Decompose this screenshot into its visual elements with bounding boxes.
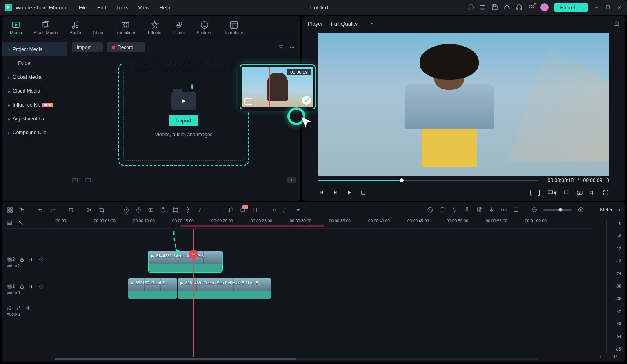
- adjust-icon[interactable]: [196, 207, 203, 213]
- mark-out-icon[interactable]: }: [538, 189, 540, 196]
- import-drop-zone[interactable]: Import Videos, audio, and images 00:00:0…: [118, 64, 249, 166]
- sidebar-adjustment-layer[interactable]: ▸Adjustment La...: [2, 112, 67, 126]
- minimize-icon[interactable]: [594, 4, 599, 10]
- fullscreen-icon[interactable]: [603, 189, 609, 196]
- expand-icon[interactable]: [294, 207, 301, 213]
- quality-dropdown[interactable]: Full Quality: [331, 21, 374, 27]
- detach-audio-icon[interactable]: [227, 207, 233, 213]
- snapshot-settings-icon[interactable]: [613, 20, 620, 27]
- collapse-sidebar-icon[interactable]: [287, 177, 296, 183]
- track-lock-icon[interactable]: [16, 306, 21, 311]
- user-avatar[interactable]: [540, 3, 549, 11]
- keyframe-icon[interactable]: [147, 207, 154, 213]
- sidebar-folder[interactable]: Folder: [2, 56, 67, 70]
- crop-icon[interactable]: [98, 207, 105, 213]
- sidebar-compound-clip[interactable]: ▸Compound Clip: [2, 126, 67, 140]
- green-screen-icon[interactable]: [184, 207, 191, 213]
- duration-icon[interactable]: [160, 207, 166, 213]
- stop-icon[interactable]: [360, 189, 367, 196]
- menu-help[interactable]: Help: [159, 4, 170, 11]
- timeline-scrollbar[interactable]: [2, 357, 591, 362]
- sidebar-cloud-media[interactable]: ▸Cloud Media: [2, 84, 67, 98]
- tab-audio[interactable]: Audio: [70, 20, 81, 35]
- mixer-icon[interactable]: [476, 206, 482, 213]
- select-tool-icon[interactable]: [19, 207, 25, 213]
- tab-media[interactable]: Media: [10, 20, 22, 35]
- menu-view[interactable]: View: [138, 4, 149, 11]
- record-status-icon[interactable]: [468, 4, 474, 10]
- music-beat-icon[interactable]: [282, 207, 289, 213]
- record-dropdown[interactable]: Record: [107, 42, 145, 52]
- time-ruler[interactable]: :00:00 00:00:05:00 00:00:10:00 00:00:15:…: [55, 217, 591, 228]
- tab-templates[interactable]: Templates: [224, 20, 244, 35]
- track-visible-icon[interactable]: [39, 257, 44, 262]
- device-icon[interactable]: [479, 4, 486, 11]
- track-mute-icon[interactable]: [29, 257, 34, 262]
- next-frame-icon[interactable]: [332, 189, 339, 196]
- tab-filters[interactable]: Filters: [173, 20, 185, 35]
- zoom-slider[interactable]: [543, 209, 572, 211]
- media-thumbnail[interactable]: 00:00:09 ✓: [240, 64, 316, 109]
- audio-mix-icon[interactable]: [251, 207, 258, 213]
- menu-edit[interactable]: Edit: [97, 4, 106, 11]
- color-icon[interactable]: [135, 207, 142, 213]
- maximize-icon[interactable]: [605, 4, 611, 10]
- link-icon[interactable]: [500, 206, 507, 213]
- ai-audio-icon[interactable]: [239, 207, 246, 213]
- import-button[interactable]: Import: [169, 115, 199, 126]
- clip-video1-b[interactable]: ▶ 6182469_Ocean Sea Peljesac Bridge_By_.…: [178, 278, 271, 299]
- crop-timeline-icon[interactable]: [513, 206, 519, 213]
- volume-icon[interactable]: [589, 189, 596, 196]
- mark-in-icon[interactable]: {: [529, 189, 531, 196]
- track-lock-icon[interactable]: [20, 284, 24, 289]
- delete-icon[interactable]: [68, 207, 74, 213]
- frame-icon[interactable]: [172, 207, 178, 213]
- group-icon[interactable]: [270, 207, 276, 213]
- filter-icon[interactable]: [278, 44, 284, 51]
- apps-icon[interactable]: [528, 4, 535, 11]
- export-button[interactable]: Export: [554, 3, 588, 12]
- play-icon[interactable]: [346, 189, 353, 196]
- meter-label[interactable]: Meter: [600, 207, 613, 213]
- tab-stock-media[interactable]: Stock Media: [33, 20, 58, 35]
- marker-icon[interactable]: [451, 206, 458, 213]
- video-preview[interactable]: [318, 33, 609, 176]
- headphones-icon[interactable]: [516, 4, 522, 11]
- voiceover-icon[interactable]: [464, 206, 470, 213]
- auto-ripple-icon[interactable]: [18, 220, 24, 226]
- snap-icon[interactable]: [488, 206, 495, 213]
- redo-icon[interactable]: [49, 207, 56, 213]
- tab-titles[interactable]: Titles: [93, 20, 103, 35]
- tab-transitions[interactable]: Transitions: [115, 20, 136, 35]
- sidebar-global-media[interactable]: ▸Global Media: [2, 70, 67, 84]
- sidebar-influence-kit[interactable]: ▸Influence KitNEW: [2, 98, 67, 112]
- display-icon[interactable]: [563, 189, 570, 196]
- new-bin-icon[interactable]: [85, 177, 91, 183]
- save-icon[interactable]: [491, 4, 498, 11]
- menu-file[interactable]: File: [79, 4, 87, 11]
- playback-progress[interactable]: [318, 180, 538, 181]
- import-dropdown[interactable]: Import: [72, 42, 103, 52]
- layout-icon[interactable]: [7, 207, 13, 213]
- render-icon[interactable]: [439, 206, 446, 213]
- face-icon[interactable]: [427, 206, 434, 213]
- clip-video1-a[interactable]: ▶ 682130_Road S...: [128, 278, 177, 299]
- playhead[interactable]: ✂: [193, 229, 194, 357]
- zoom-in-icon[interactable]: [578, 206, 584, 213]
- camera-icon[interactable]: [576, 189, 583, 196]
- track-lock-icon[interactable]: [20, 257, 24, 262]
- text-icon[interactable]: [111, 207, 117, 213]
- cloud-icon[interactable]: [504, 4, 510, 11]
- track-mute-icon[interactable]: [29, 284, 34, 289]
- menu-tools[interactable]: Tools: [116, 4, 128, 11]
- tab-effects[interactable]: Effects: [148, 20, 161, 35]
- zoom-out-icon[interactable]: [531, 206, 538, 213]
- split-icon[interactable]: [86, 207, 93, 213]
- scissors-icon[interactable]: ✂: [189, 250, 198, 259]
- speed-icon[interactable]: [123, 207, 129, 213]
- new-folder-icon[interactable]: [72, 177, 78, 183]
- clip-video2[interactable]: ▶ 6144331_Wom...kater Posi...: [149, 251, 222, 272]
- aspect-icon[interactable]: ▾: [547, 189, 557, 197]
- close-icon[interactable]: [616, 4, 622, 10]
- sidebar-project-media[interactable]: ▾Project Media: [2, 42, 67, 56]
